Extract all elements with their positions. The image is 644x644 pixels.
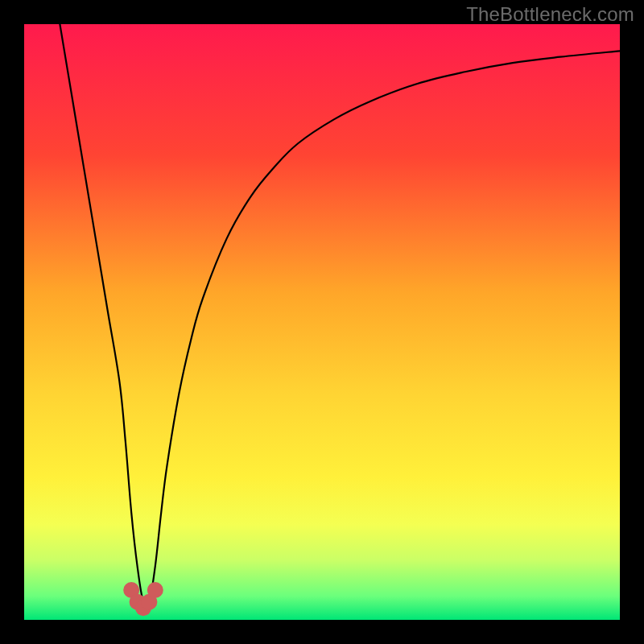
chart-frame: TheBottleneck.com	[0, 0, 644, 644]
trough-marker	[147, 582, 163, 598]
curve-layer	[24, 24, 620, 620]
plot-area	[24, 24, 620, 620]
trough-markers	[123, 582, 163, 616]
watermark-text: TheBottleneck.com	[466, 3, 634, 26]
bottleneck-curve	[60, 24, 620, 607]
